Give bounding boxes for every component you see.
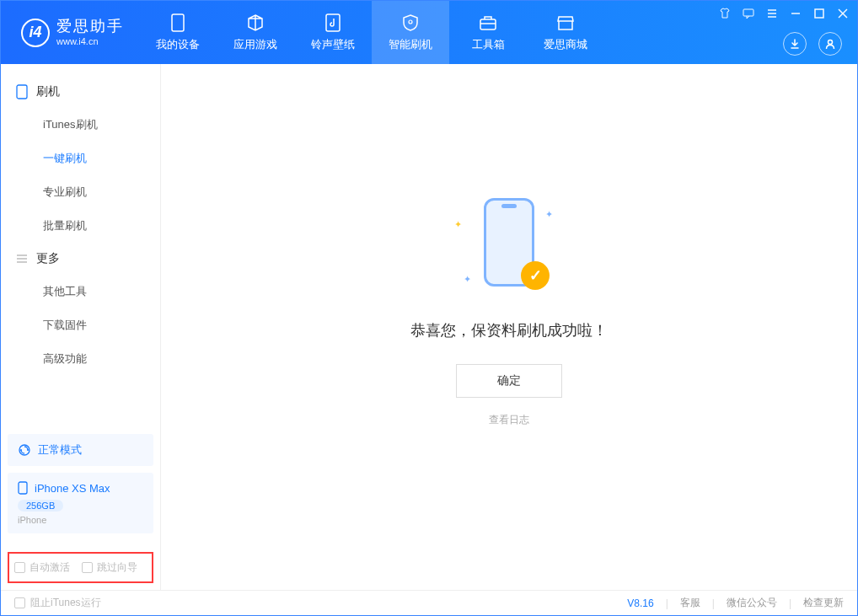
svg-point-19 xyxy=(27,449,29,451)
checkbox-auto-activate[interactable]: 自动激活 xyxy=(14,560,70,575)
sparkle-icon: ✦ xyxy=(545,209,553,220)
app-subtitle: www.i4.cn xyxy=(56,36,124,47)
checkbox-block-itunes[interactable]: 阻止iTunes运行 xyxy=(14,596,101,610)
svg-rect-0 xyxy=(172,14,184,31)
main-content: ✦ ✦ ✦ ✓ 恭喜您，保资料刷机成功啦！ 确定 查看日志 xyxy=(161,64,857,590)
tab-store[interactable]: 爱思商城 xyxy=(527,1,604,64)
sidebar-section-more: 更多 xyxy=(1,243,160,275)
store-icon xyxy=(556,13,575,32)
tshirt-icon[interactable] xyxy=(717,6,732,21)
sidebar-item-pro-flash[interactable]: 专业刷机 xyxy=(1,175,160,209)
mode-label: 正常模式 xyxy=(38,442,82,458)
header-tabs: 我的设备 应用游戏 铃声壁纸 智能刷机 工具箱 爱思商城 xyxy=(139,1,604,64)
feedback-icon[interactable] xyxy=(741,6,756,21)
tab-label: 铃声壁纸 xyxy=(311,37,355,52)
tab-label: 智能刷机 xyxy=(389,37,432,52)
sidebar: 刷机 iTunes刷机 一键刷机 专业刷机 批量刷机 更多 其他工具 下载固件 … xyxy=(1,64,161,590)
tab-toolbox[interactable]: 工具箱 xyxy=(449,1,527,64)
checkbox-icon xyxy=(14,562,25,573)
header-action-icons xyxy=(783,32,842,56)
sync-icon xyxy=(18,443,31,457)
tab-smart-flash[interactable]: 智能刷机 xyxy=(372,1,449,64)
checkbox-skip-guide[interactable]: 跳过向导 xyxy=(82,560,137,575)
sparkle-icon: ✦ xyxy=(464,274,471,285)
user-icon[interactable] xyxy=(818,32,842,56)
app-body: 刷机 iTunes刷机 一键刷机 专业刷机 批量刷机 更多 其他工具 下载固件 … xyxy=(1,64,857,590)
tab-apps-games[interactable]: 应用游戏 xyxy=(217,1,294,64)
capacity-badge: 256GB xyxy=(18,500,63,512)
svg-point-13 xyxy=(829,40,833,45)
svg-rect-1 xyxy=(326,14,340,31)
checkbox-row-highlighted: 自动激活 跳过向导 xyxy=(8,552,153,583)
list-icon xyxy=(16,253,28,265)
download-icon[interactable] xyxy=(783,32,807,56)
footer: 阻止iTunes运行 V8.16 | 客服 | 微信公众号 | 检查更新 xyxy=(1,590,857,615)
version-label: V8.16 xyxy=(627,597,653,609)
svg-rect-3 xyxy=(480,19,496,29)
sidebar-item-download-firmware[interactable]: 下载固件 xyxy=(1,308,160,342)
sparkle-icon: ✦ xyxy=(454,219,462,230)
app-title: 爱思助手 xyxy=(56,18,124,36)
device-type-label: iPhone xyxy=(18,515,143,525)
tab-label: 应用游戏 xyxy=(233,37,277,52)
device-name-label: iPhone XS Max xyxy=(35,482,110,495)
music-file-icon xyxy=(324,13,342,32)
menu-icon[interactable] xyxy=(764,6,780,21)
phone-icon xyxy=(16,84,28,99)
shield-icon xyxy=(401,13,420,32)
sidebar-item-oneclick-flash[interactable]: 一键刷机 xyxy=(1,142,160,175)
window-controls xyxy=(717,6,850,21)
checkbox-icon xyxy=(82,562,93,573)
svg-point-2 xyxy=(409,20,412,24)
checkbox-icon xyxy=(14,597,25,608)
view-log-link[interactable]: 查看日志 xyxy=(489,413,529,427)
svg-point-20 xyxy=(20,449,22,451)
tab-my-device[interactable]: 我的设备 xyxy=(139,1,217,64)
sidebar-item-itunes-flash[interactable]: iTunes刷机 xyxy=(1,108,160,142)
maximize-icon[interactable] xyxy=(812,6,827,21)
success-illustration: ✦ ✦ ✦ ✓ xyxy=(458,194,560,295)
svg-rect-14 xyxy=(17,85,27,99)
sidebar-item-advanced[interactable]: 高级功能 xyxy=(1,342,160,376)
tab-label: 我的设备 xyxy=(156,37,200,52)
mode-card[interactable]: 正常模式 xyxy=(8,434,153,466)
device-icon xyxy=(169,13,187,32)
minimize-icon[interactable] xyxy=(788,6,803,21)
confirm-button[interactable]: 确定 xyxy=(456,364,562,398)
app-header: i4 爱思助手 www.i4.cn 我的设备 应用游戏 铃声壁纸 智能刷机 工具… xyxy=(1,1,857,64)
toolbox-icon xyxy=(479,13,497,32)
tab-label: 爱思商城 xyxy=(544,37,587,52)
tab-label: 工具箱 xyxy=(472,37,505,52)
footer-link-update[interactable]: 检查更新 xyxy=(803,596,844,610)
cube-icon xyxy=(246,13,265,32)
sidebar-item-batch-flash[interactable]: 批量刷机 xyxy=(1,209,160,243)
logo-icon: i4 xyxy=(21,19,50,47)
device-card[interactable]: iPhone XS Max 256GB iPhone xyxy=(8,473,153,533)
svg-rect-5 xyxy=(743,9,753,16)
footer-link-wechat[interactable]: 微信公众号 xyxy=(727,596,777,610)
success-message: 恭喜您，保资料刷机成功啦！ xyxy=(410,320,608,340)
sidebar-item-other-tools[interactable]: 其他工具 xyxy=(1,275,160,308)
svg-rect-21 xyxy=(19,482,27,494)
svg-rect-10 xyxy=(815,9,823,18)
sidebar-section-flash: 刷机 xyxy=(1,76,160,108)
phone-small-icon xyxy=(18,481,28,495)
check-badge-icon: ✓ xyxy=(521,261,550,290)
app-logo: i4 爱思助手 www.i4.cn xyxy=(1,18,139,47)
tab-ringtone-wallpaper[interactable]: 铃声壁纸 xyxy=(294,1,372,64)
close-icon[interactable] xyxy=(835,6,850,21)
footer-link-support[interactable]: 客服 xyxy=(680,596,700,610)
